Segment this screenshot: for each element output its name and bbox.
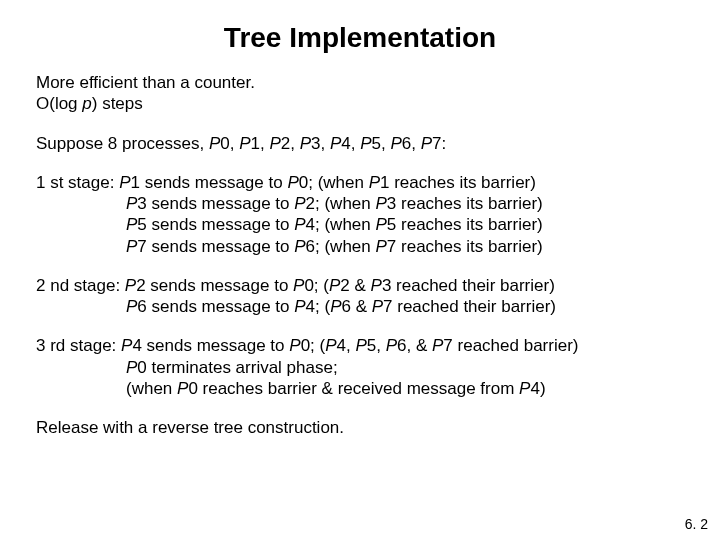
slide: Tree Implementation More efficient than … [0, 0, 720, 540]
text: 4; (when [306, 215, 376, 234]
suppose-block: Suppose 8 processes, P0, P1, P2, P3, P4,… [36, 133, 684, 154]
var-p: P [390, 134, 401, 153]
text: 5, [372, 134, 391, 153]
text: 2 sends message to [136, 276, 293, 295]
text: 6 & [341, 297, 371, 316]
stage1-label: 1 st stage: [36, 173, 119, 192]
var-p: P [294, 297, 305, 316]
text: 7 reaches its barrier) [387, 237, 543, 256]
slide-number: 6. 2 [685, 516, 708, 532]
var-p: P [300, 134, 311, 153]
text: 1 reaches its barrier) [380, 173, 536, 192]
var-p: P [126, 194, 137, 213]
var-p: P [125, 276, 136, 295]
var-p: P [519, 379, 530, 398]
text: 7 sends message to [137, 237, 294, 256]
var-p: P [269, 134, 280, 153]
var-p: p [82, 94, 91, 113]
stage1-block: 1 st stage: P1 sends message to P0; (whe… [36, 172, 684, 257]
release-line: Release with a reverse tree construction… [36, 417, 684, 438]
text: 6 sends message to [137, 297, 294, 316]
var-p: P [376, 237, 387, 256]
text: Suppose 8 processes, [36, 134, 209, 153]
var-p: P [119, 173, 130, 192]
text: 0 reaches barrier & received message fro… [188, 379, 519, 398]
var-p: P [432, 336, 443, 355]
var-p: P [293, 276, 304, 295]
text: 5 sends message to [137, 215, 294, 234]
text: 2; (when [306, 194, 376, 213]
text: ) steps [92, 94, 143, 113]
var-p: P [369, 173, 380, 192]
text: 4, [337, 336, 356, 355]
var-p: P [386, 336, 397, 355]
text: 7 reached their barrier) [383, 297, 556, 316]
text: O(log [36, 94, 82, 113]
text: 2 & [340, 276, 370, 295]
var-p: P [209, 134, 220, 153]
var-p: P [239, 134, 250, 153]
text: 4) [530, 379, 545, 398]
text: 0; (when [299, 173, 369, 192]
var-p: P [126, 358, 137, 377]
var-p: P [294, 194, 305, 213]
text: 3, [311, 134, 330, 153]
intro-line1: More efficient than a counter. [36, 73, 255, 92]
var-p: P [371, 276, 382, 295]
var-p: P [294, 237, 305, 256]
text: 7: [432, 134, 446, 153]
text: 1 sends message to [131, 173, 288, 192]
var-p: P [289, 336, 300, 355]
stage3-label: 3 rd stage: [36, 336, 121, 355]
intro-line2: O(log p) steps [36, 94, 143, 113]
text: 6, & [397, 336, 432, 355]
var-p: P [355, 336, 366, 355]
text: 0 terminates arrival phase; [137, 358, 337, 377]
var-p: P [376, 215, 387, 234]
text: 2, [281, 134, 300, 153]
stage1-line2: P3 sends message to P2; (when P3 reaches… [36, 193, 684, 214]
var-p: P [372, 297, 383, 316]
stage1-line4: P7 sends message to P6; (when P7 reaches… [36, 236, 684, 257]
text: 1, [251, 134, 270, 153]
text: 3 sends message to [137, 194, 294, 213]
text: 6; (when [306, 237, 376, 256]
text: 0; ( [301, 336, 326, 355]
var-p: P [121, 336, 132, 355]
var-p: P [325, 336, 336, 355]
text: 6, [402, 134, 421, 153]
text: 3 reaches its barrier) [387, 194, 543, 213]
stage3-line3: (when P0 reaches barrier & received mess… [36, 378, 684, 399]
text: 0; ( [304, 276, 329, 295]
text: 4, [341, 134, 360, 153]
stage1-line3: P5 sends message to P4; (when P5 reaches… [36, 214, 684, 235]
text: 5, [367, 336, 386, 355]
stage2-label: 2 nd stage: [36, 276, 125, 295]
intro-block: More efficient than a counter. O(log p) … [36, 72, 684, 115]
var-p: P [330, 297, 341, 316]
text: (when [126, 379, 177, 398]
var-p: P [177, 379, 188, 398]
stage3-block: 3 rd stage: P4 sends message to P0; (P4,… [36, 335, 684, 399]
stage3-line2: P0 terminates arrival phase; [36, 357, 684, 378]
var-p: P [330, 134, 341, 153]
stage2-block: 2 nd stage: P2 sends message to P0; (P2 … [36, 275, 684, 318]
var-p: P [329, 276, 340, 295]
var-p: P [421, 134, 432, 153]
text: 4 sends message to [132, 336, 289, 355]
var-p: P [287, 173, 298, 192]
var-p: P [126, 297, 137, 316]
text: 4; ( [306, 297, 331, 316]
var-p: P [294, 215, 305, 234]
var-p: P [376, 194, 387, 213]
page-title: Tree Implementation [36, 22, 684, 54]
stage2-line2: P6 sends message to P4; (P6 & P7 reached… [36, 296, 684, 317]
text: 3 reached their barrier) [382, 276, 555, 295]
text: 5 reaches its barrier) [387, 215, 543, 234]
text: 7 reached barrier) [443, 336, 578, 355]
text: 0, [220, 134, 239, 153]
var-p: P [126, 215, 137, 234]
var-p: P [360, 134, 371, 153]
var-p: P [126, 237, 137, 256]
